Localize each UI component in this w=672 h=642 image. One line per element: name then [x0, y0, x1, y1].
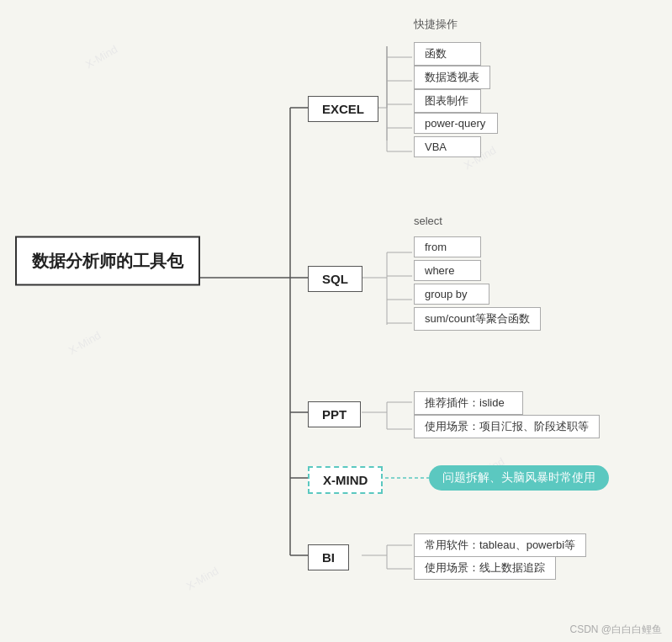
- excel-leaf-1: 函数: [414, 42, 481, 66]
- cat-ppt: PPT: [308, 401, 361, 427]
- root-node: 数据分析师的工具包: [15, 236, 200, 286]
- excel-leaf-3: 图表制作: [414, 89, 481, 113]
- cat-xmind: X-MIND: [308, 466, 383, 494]
- cat-xmind-label: X-MIND: [323, 473, 368, 487]
- cat-sql: SQL: [308, 266, 362, 292]
- excel-quickops-label: 快捷操作: [414, 17, 458, 32]
- cat-bi-label: BI: [322, 550, 335, 565]
- watermark-5: X-Mind: [184, 565, 220, 593]
- cat-bi: BI: [308, 544, 349, 570]
- excel-leaf-5: VBA: [414, 136, 481, 157]
- cat-excel-label: EXCEL: [322, 102, 364, 116]
- sql-leaf-4: sum/count等聚合函数: [414, 307, 541, 331]
- xmind-bubble: 问题拆解、头脑风暴时常使用: [429, 465, 609, 491]
- sql-leaf-1: from: [414, 236, 481, 257]
- bi-leaf-1: 常用软件：tableau、powerbi等: [414, 533, 586, 557]
- bi-leaf-2: 使用场景：线上数据追踪: [414, 556, 556, 580]
- sql-leaf-3: group by: [414, 284, 489, 305]
- cat-excel: EXCEL: [308, 96, 378, 122]
- sql-leaf-2: where: [414, 260, 481, 281]
- sql-select-label: select: [414, 215, 442, 227]
- cat-sql-label: SQL: [322, 272, 348, 286]
- ppt-leaf-1: 推荐插件：islide: [414, 391, 523, 415]
- watermark-3: X-Mind: [66, 329, 103, 358]
- watermark-1: X-Mind: [83, 43, 119, 72]
- cat-ppt-label: PPT: [322, 407, 347, 422]
- canvas: X-Mind X-Mind X-Mind X-Mind X-Mind: [0, 0, 672, 642]
- csdn-label: CSDN @白白白鲤鱼: [569, 623, 662, 637]
- excel-leaf-2: 数据透视表: [414, 66, 490, 89]
- ppt-leaf-2: 使用场景：项目汇报、阶段述职等: [414, 415, 600, 438]
- root-label: 数据分析师的工具包: [32, 252, 183, 270]
- excel-leaf-4: power-query: [414, 113, 498, 134]
